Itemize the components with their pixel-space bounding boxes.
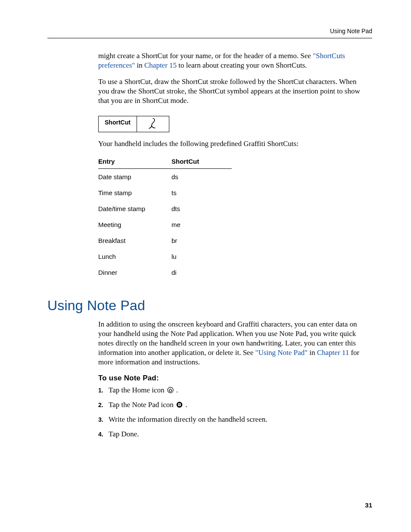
paragraph-intro-1: might create a ShortCut for your name, o… (98, 51, 361, 70)
text: Tap the Home icon (109, 386, 166, 394)
text: in (308, 348, 317, 357)
body-column: In addition to using the onscreen keyboa… (98, 320, 361, 439)
svg-point-0 (168, 387, 173, 393)
section-title-using-note-pad: Using Note Pad (47, 298, 372, 314)
shortcuts-table: Entry ShortCut Date stamp ds Time stamp … (98, 158, 232, 280)
shortcut-stroke-icon (146, 117, 159, 131)
cell-entry: Date stamp (98, 173, 171, 180)
cell-shortcut: lu (171, 253, 232, 260)
note-pad-icon (176, 401, 183, 408)
text: . (185, 401, 187, 409)
step-number: 2. (98, 401, 109, 408)
home-icon (167, 387, 174, 393)
paragraph-table-intro: Your handheld includes the following pre… (98, 139, 361, 149)
col-head-shortcut: ShortCut (171, 158, 232, 165)
cell-entry: Meeting (98, 221, 171, 228)
paragraph-notepad: In addition to using the onscreen keyboa… (98, 320, 361, 367)
cell-shortcut: ds (171, 173, 232, 180)
table-row: Date stamp ds (98, 169, 232, 185)
page-number: 31 (365, 501, 372, 509)
table-row: Meeting me (98, 217, 232, 233)
page: Using Note Pad might create a ShortCut f… (0, 0, 411, 532)
text: Tap the Note Pad icon (109, 401, 175, 409)
cell-shortcut: ts (171, 189, 232, 196)
table-row: Dinner di (98, 264, 232, 280)
link-chapter-15[interactable]: Chapter 15 (144, 61, 177, 69)
step-item: 1. Tap the Home icon . (98, 386, 361, 395)
cell-entry: Time stamp (98, 189, 171, 196)
text: might create a ShortCut for your name, o… (98, 52, 313, 60)
text: in (135, 61, 144, 69)
cell-shortcut: di (171, 269, 232, 276)
cell-entry: Date/time stamp (98, 205, 171, 212)
step-item: 3. Write the information directly on the… (98, 415, 361, 424)
header-rule (47, 38, 372, 38)
table-row: Lunch lu (98, 249, 232, 264)
cell-shortcut: me (171, 221, 232, 228)
text: . (176, 386, 178, 394)
step-number: 3. (98, 416, 109, 423)
step-text: Write the information directly on the ha… (109, 415, 267, 424)
step-text: Tap the Home icon . (109, 386, 178, 395)
table-row: Time stamp ts (98, 185, 232, 201)
table-head: Entry ShortCut (98, 158, 232, 169)
step-number: 4. (98, 431, 109, 438)
cell-entry: Dinner (98, 269, 171, 276)
shortcut-box-label: ShortCut (99, 116, 137, 132)
shortcut-glyph-cell (137, 116, 169, 132)
subheading-to-use-note-pad: To use Note Pad: (98, 374, 361, 383)
shortcut-symbol-box: ShortCut (98, 116, 169, 132)
step-item: 4. Tap Done. (98, 430, 361, 439)
body-column: might create a ShortCut for your name, o… (98, 51, 361, 280)
step-text: Tap Done. (109, 430, 139, 439)
table-row: Breakfast br (98, 233, 232, 249)
step-item: 2. Tap the Note Pad icon . (98, 401, 361, 409)
link-chapter-11[interactable]: Chapter 11 (317, 348, 349, 357)
steps-list: 1. Tap the Home icon . 2. Tap the Note P… (98, 386, 361, 439)
cell-shortcut: br (171, 237, 232, 244)
cell-shortcut: dts (171, 205, 232, 212)
running-head: Using Note Pad (47, 28, 372, 34)
table-row: Date/time stamp dts (98, 201, 232, 217)
svg-rect-2 (178, 403, 181, 406)
col-head-entry: Entry (98, 158, 171, 165)
cell-entry: Breakfast (98, 237, 171, 244)
step-text: Tap the Note Pad icon . (109, 401, 187, 409)
paragraph-intro-2: To use a ShortCut, draw the ShortCut str… (98, 77, 361, 106)
step-number: 1. (98, 387, 109, 394)
cell-entry: Lunch (98, 253, 171, 260)
text: to learn about creating your own ShortCu… (177, 61, 307, 69)
link-using-note-pad[interactable]: "Using Note Pad" (255, 348, 308, 357)
